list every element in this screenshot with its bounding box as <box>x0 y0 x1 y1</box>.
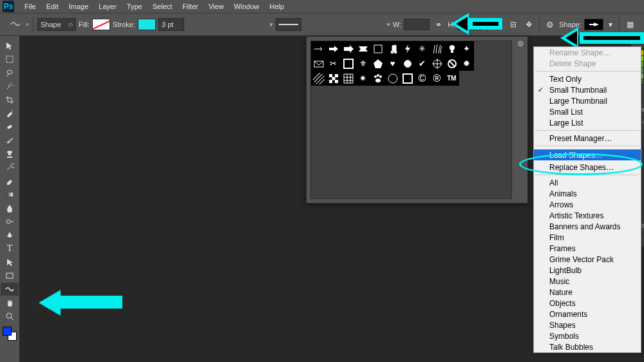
menu-all[interactable]: All <box>534 177 641 188</box>
shape-checker[interactable] <box>326 71 341 86</box>
foreground-background-swatch[interactable] <box>3 327 17 341</box>
eraser-tool[interactable] <box>1 175 19 187</box>
type-tool[interactable]: T <box>1 242 19 255</box>
menu-image[interactable]: Image <box>64 1 94 12</box>
wand-tool[interactable] <box>1 80 19 93</box>
menu-frames[interactable]: Frames <box>534 243 641 254</box>
shape-star[interactable]: ✦ <box>459 41 474 56</box>
shape-banner[interactable] <box>355 41 370 56</box>
path-select-tool[interactable] <box>1 256 19 269</box>
shape-scissors[interactable]: ✂ <box>326 56 341 71</box>
shape-spark[interactable]: ✷ <box>355 71 370 86</box>
shape-pawprint[interactable] <box>370 71 385 86</box>
menu-view[interactable]: View <box>204 1 229 12</box>
hand-tool[interactable] <box>1 296 19 309</box>
shape-square-bold[interactable] <box>400 71 415 86</box>
menu-large-thumbnail[interactable]: Large Thumbnail <box>534 95 641 106</box>
menu-ornaments[interactable]: Ornaments <box>534 309 641 319</box>
menu-edit[interactable]: Edit <box>41 1 64 12</box>
link-wh-icon[interactable]: ⚭ <box>432 18 445 31</box>
menu-small-list[interactable]: Small List <box>534 106 641 117</box>
shape-circle-outline[interactable] <box>385 71 400 86</box>
tool-mode-dropdown[interactable]: Shape ◇ <box>37 18 76 31</box>
move-tool[interactable] <box>1 39 19 52</box>
blur-tool[interactable] <box>1 202 19 214</box>
svg-rect-8 <box>451 50 453 53</box>
shape-lightbulb[interactable] <box>444 41 459 56</box>
shape-arrow-1[interactable] <box>326 41 341 56</box>
menu-objects[interactable]: Objects <box>534 298 641 309</box>
menu-text-only[interactable]: Text Only <box>534 73 641 84</box>
pathop-align-icon[interactable]: ⊟ <box>507 18 520 31</box>
shape-no[interactable] <box>444 56 459 71</box>
width-input[interactable] <box>404 19 430 30</box>
stroke-style-dropdown[interactable] <box>276 18 301 31</box>
menu-window[interactable]: Window <box>229 1 264 12</box>
fill-swatch[interactable] <box>92 19 110 30</box>
shape-square-stroke[interactable] <box>341 56 355 71</box>
menu-film[interactable]: Film <box>534 232 641 243</box>
shape-target[interactable] <box>430 56 444 71</box>
menu-help[interactable]: Help <box>264 1 289 12</box>
menu-large-list[interactable]: Large List <box>534 117 641 128</box>
healing-tool[interactable] <box>1 120 19 133</box>
shape-arrow-thin[interactable] <box>311 41 326 56</box>
menu-type[interactable]: Type <box>122 1 147 12</box>
shape-blob[interactable] <box>400 56 415 71</box>
menu-symbols[interactable]: Symbols <box>534 330 641 341</box>
lasso-tool[interactable] <box>1 66 19 79</box>
shape-envelope[interactable] <box>311 56 326 71</box>
shape-heart[interactable]: ♥ <box>385 56 400 71</box>
shape-square-outline[interactable] <box>370 41 385 56</box>
shape-fleur[interactable]: ⚜ <box>355 56 370 71</box>
shape-picker-grid[interactable]: ✳ ✦ ✂ ⚜ ♥ ✔ ✹ ✷ © ® TM <box>310 41 512 199</box>
pen-tool[interactable] <box>1 229 19 242</box>
menu-small-thumbnail[interactable]: ✓Small Thumbnail <box>534 84 641 95</box>
menu-artistic-textures[interactable]: Artistic Textures <box>534 210 641 221</box>
geometry-options-gear-icon[interactable]: ⚙ <box>544 18 556 31</box>
marquee-tool[interactable] <box>1 53 19 66</box>
shape-copyright[interactable]: © <box>415 71 430 86</box>
menu-grime[interactable]: Grime Vector Pack <box>534 254 641 265</box>
crop-tool[interactable] <box>1 93 19 106</box>
shape-lightning[interactable] <box>400 41 415 56</box>
menu-shapes[interactable]: Shapes <box>534 319 641 330</box>
brush-tool[interactable] <box>1 134 19 147</box>
zoom-tool[interactable] <box>1 310 19 323</box>
shape-registered[interactable]: ® <box>430 71 444 86</box>
stroke-swatch[interactable] <box>138 19 156 30</box>
custom-shape-tool-icon[interactable] <box>8 18 23 31</box>
shape-stripes[interactable] <box>311 71 326 86</box>
rectangle-tool[interactable] <box>1 269 19 282</box>
shape-trademark[interactable]: TM <box>444 71 459 86</box>
menu-layer[interactable]: Layer <box>93 1 122 12</box>
stroke-width-input[interactable]: 3 pt <box>158 18 184 31</box>
shape-music[interactable] <box>385 41 400 56</box>
shape-arrow-2[interactable] <box>341 41 355 56</box>
history-brush-tool[interactable] <box>1 161 19 174</box>
stamp-tool[interactable] <box>1 148 19 160</box>
eyedropper-tool[interactable] <box>1 107 19 120</box>
pathop-arrange-icon[interactable]: ❖ <box>522 18 535 31</box>
menu-music[interactable]: Music <box>534 276 641 287</box>
dodge-tool[interactable] <box>1 215 19 228</box>
shape-picker-settings-gear-icon[interactable]: ⚙ <box>516 39 525 48</box>
menu-banners[interactable]: Banners and Awards <box>534 221 641 232</box>
custom-shape-tool[interactable] <box>1 283 19 296</box>
menu-animals[interactable]: Animals <box>534 188 641 199</box>
shape-checkmark[interactable]: ✔ <box>415 56 430 71</box>
menu-arrows[interactable]: Arrows <box>534 199 641 210</box>
menu-file[interactable]: File <box>19 1 41 12</box>
gradient-tool[interactable] <box>1 188 19 201</box>
menu-lightbulb[interactable]: LightBulb <box>534 265 641 276</box>
shape-burst[interactable]: ✹ <box>459 56 474 71</box>
menu-talk-bubbles[interactable]: Talk Bubbles <box>534 341 641 352</box>
menu-filter[interactable]: Filter <box>177 1 203 12</box>
menu-preset-manager[interactable]: Preset Manager… <box>534 133 641 144</box>
shape-grid[interactable] <box>341 71 355 86</box>
shape-starburst[interactable]: ✳ <box>415 41 430 56</box>
shape-pentagon[interactable] <box>370 56 385 71</box>
menu-nature[interactable]: Nature <box>534 287 641 298</box>
shape-grass[interactable] <box>430 41 444 56</box>
menu-select[interactable]: Select <box>147 1 178 12</box>
